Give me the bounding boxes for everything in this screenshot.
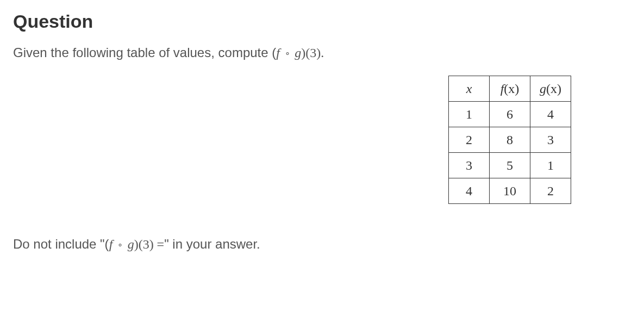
footnote-post: " in your answer. <box>164 237 260 251</box>
cell-fx: 10 <box>490 178 530 204</box>
prompt-text-pre: Given the following table of values, com… <box>13 45 276 60</box>
cell-fx: 8 <box>490 127 530 153</box>
cell-fx: 6 <box>490 102 530 127</box>
answer-instruction: Do not include "(f ∘ g)(3) =" in your an… <box>13 237 631 252</box>
table-container: x f(x) g(x) 1 6 4 2 8 3 3 5 1 4 <box>13 76 631 204</box>
cell-fx: 5 <box>490 153 530 178</box>
compose-icon: ∘ <box>116 240 124 250</box>
col-header-gx: g(x) <box>530 76 571 102</box>
table-row: 1 6 4 <box>449 102 571 127</box>
footnote-mid: )(3) = <box>134 237 165 251</box>
question-heading: Question <box>13 11 631 32</box>
header-g: g <box>540 82 546 96</box>
prompt-g: g <box>295 46 301 60</box>
cell-gx: 4 <box>530 102 571 127</box>
table-header-row: x f(x) g(x) <box>449 76 571 102</box>
question-prompt: Given the following table of values, com… <box>13 45 631 60</box>
prompt-text-post: )(3). <box>301 46 324 60</box>
cell-x: 1 <box>449 102 490 127</box>
cell-gx: 2 <box>530 178 571 204</box>
cell-gx: 3 <box>530 127 571 153</box>
table-row: 3 5 1 <box>449 153 571 178</box>
header-x: x <box>466 82 472 96</box>
table-row: 2 8 3 <box>449 127 571 153</box>
cell-x: 4 <box>449 178 490 204</box>
col-header-x: x <box>449 76 490 102</box>
col-header-fx: f(x) <box>490 76 530 102</box>
header-f-arg: (x) <box>504 82 519 96</box>
prompt-f: f <box>276 46 280 60</box>
cell-gx: 1 <box>530 153 571 178</box>
footnote-g: g <box>128 237 134 251</box>
footnote-pre: Do not include "( <box>13 237 109 251</box>
header-g-arg: (x) <box>546 82 561 96</box>
cell-x: 3 <box>449 153 490 178</box>
cell-x: 2 <box>449 127 490 153</box>
footnote-f: f <box>109 237 113 251</box>
values-table: x f(x) g(x) 1 6 4 2 8 3 3 5 1 4 <box>448 76 571 204</box>
table-row: 4 10 2 <box>449 178 571 204</box>
compose-icon: ∘ <box>284 49 291 58</box>
